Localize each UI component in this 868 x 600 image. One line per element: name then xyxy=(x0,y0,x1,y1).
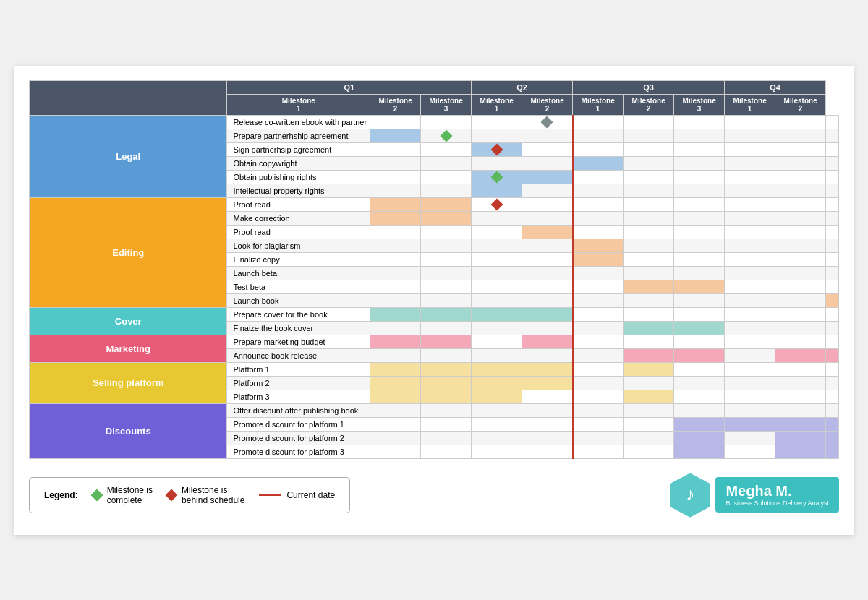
bar-cell xyxy=(674,170,725,184)
bar-cell xyxy=(573,321,624,335)
m-q2-1: Milestone1 xyxy=(472,94,522,115)
bar-cell xyxy=(522,293,573,307)
bar-cell xyxy=(421,431,472,445)
bar-cell xyxy=(624,376,674,390)
bar-cell xyxy=(472,335,522,348)
bar-cell xyxy=(370,211,421,225)
bar-cell xyxy=(725,184,775,197)
bar-cell xyxy=(472,211,522,225)
bar-cell xyxy=(472,390,522,403)
bar-cell xyxy=(674,376,725,390)
bar-cell xyxy=(522,115,573,129)
bar-cell xyxy=(775,390,826,403)
bar-cell xyxy=(775,321,826,335)
task-description: Offer discount after publishing book xyxy=(227,403,370,417)
bar-cell xyxy=(370,197,421,211)
bar-cell xyxy=(674,239,725,252)
task-description: Announce book release xyxy=(227,348,370,362)
q1-header: Q1 xyxy=(227,80,472,94)
bar-cell xyxy=(421,142,472,156)
table-row: CoverPrepare cover for the book xyxy=(30,307,839,321)
bar-cell xyxy=(725,417,775,431)
bar-cell xyxy=(775,445,826,458)
bar-cell xyxy=(370,403,421,417)
bar-cell xyxy=(725,403,775,417)
green-diamond-marker xyxy=(440,129,452,142)
bar-cell xyxy=(472,129,522,142)
bar-cell xyxy=(421,293,472,307)
bar-cell xyxy=(826,362,839,376)
bar-cell xyxy=(421,197,472,211)
task-description: Test beta xyxy=(227,280,370,293)
bar-cell xyxy=(472,321,522,335)
bar-cell xyxy=(674,390,725,403)
bar-cell xyxy=(725,280,775,293)
logo-name-area: Megha M. Business Solutions Delivery Ana… xyxy=(715,477,839,513)
bar-cell xyxy=(421,129,472,142)
bar-cell xyxy=(624,417,674,431)
bar-cell xyxy=(522,266,573,280)
task-description: Finaize the book cover xyxy=(227,321,370,335)
task-description: Proof read xyxy=(227,225,370,239)
red-diamond-icon xyxy=(166,489,178,501)
bar-cell xyxy=(725,252,775,266)
bar-cell xyxy=(775,293,826,307)
bar-cell xyxy=(421,225,472,239)
bar-cell xyxy=(674,417,725,431)
bar-cell xyxy=(522,197,573,211)
bar-cell xyxy=(522,362,573,376)
bar-cell xyxy=(573,252,624,266)
bar-cell xyxy=(370,390,421,403)
table-row: EditingProof read xyxy=(30,197,839,211)
bar-cell xyxy=(522,280,573,293)
bar-cell xyxy=(624,184,674,197)
category-cell-selling-platform: Selling platform xyxy=(30,362,227,403)
bar-cell xyxy=(370,335,421,348)
bar-cell xyxy=(624,348,674,362)
bar-cell xyxy=(826,129,839,142)
bar-cell xyxy=(624,142,674,156)
bar-cell xyxy=(370,362,421,376)
bar-cell xyxy=(624,280,674,293)
logo-area: ♪ Megha M. Business Solutions Delivery A… xyxy=(665,470,839,520)
bar-cell xyxy=(775,307,826,321)
bar-cell xyxy=(421,252,472,266)
green-diamond-marker xyxy=(490,171,503,183)
bar-cell xyxy=(522,431,573,445)
bar-cell xyxy=(472,307,522,321)
bar-cell xyxy=(826,142,839,156)
bar-cell xyxy=(624,362,674,376)
gantt-wrapper: Q1 Q2 Q3 Q4 Milestone1 Milestone2 Milest… xyxy=(29,80,839,459)
table-row: DiscountsOffer discount after publishing… xyxy=(30,403,839,417)
bar-cell xyxy=(573,403,624,417)
gantt-table: Q1 Q2 Q3 Q4 Milestone1 Milestone2 Milest… xyxy=(29,80,839,459)
category-cell-legal: Legal xyxy=(30,115,227,197)
bar-cell xyxy=(472,403,522,417)
bar-cell xyxy=(522,239,573,252)
bar-cell xyxy=(826,184,839,197)
bar-cell xyxy=(674,129,725,142)
q2-header: Q2 xyxy=(472,80,573,94)
bar-cell xyxy=(522,252,573,266)
bar-cell xyxy=(421,362,472,376)
bar-cell xyxy=(624,445,674,458)
bar-cell xyxy=(573,376,624,390)
bar-cell xyxy=(370,307,421,321)
bar-cell xyxy=(725,115,775,129)
task-description: Prepare partnerhship agreement xyxy=(227,129,370,142)
bar-cell xyxy=(573,335,624,348)
bar-cell xyxy=(522,170,573,184)
bar-cell xyxy=(370,252,421,266)
bar-cell xyxy=(624,321,674,335)
bar-cell xyxy=(421,307,472,321)
legend-box: Legend: Milestone iscomplete Milestone i… xyxy=(29,477,350,513)
task-description: Look for plagiarism xyxy=(227,239,370,252)
task-description: Platform 3 xyxy=(227,390,370,403)
bar-cell xyxy=(775,362,826,376)
bar-cell xyxy=(775,170,826,184)
bar-cell xyxy=(775,239,826,252)
task-description: Promote discount for platform 3 xyxy=(227,445,370,458)
bar-cell xyxy=(775,335,826,348)
green-diamond-icon xyxy=(90,489,103,501)
bar-cell xyxy=(573,211,624,225)
